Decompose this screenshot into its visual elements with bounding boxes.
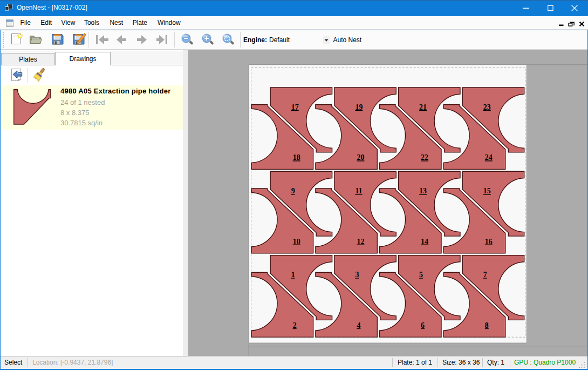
svg-text:2: 2 xyxy=(293,321,297,329)
svg-text:15: 15 xyxy=(483,187,491,195)
svg-text:6: 6 xyxy=(421,321,425,329)
svg-text:12: 12 xyxy=(357,238,364,246)
svg-text:19: 19 xyxy=(355,103,363,111)
svg-text:20: 20 xyxy=(357,153,364,162)
svg-text:7: 7 xyxy=(483,271,487,279)
svg-text:3: 3 xyxy=(355,271,359,279)
svg-text:10: 10 xyxy=(293,238,300,246)
svg-text:16: 16 xyxy=(485,238,493,246)
svg-text:9: 9 xyxy=(291,187,295,195)
svg-text:5: 5 xyxy=(419,271,423,279)
svg-text:22: 22 xyxy=(421,153,428,162)
svg-text:24: 24 xyxy=(485,153,493,162)
svg-text:4: 4 xyxy=(357,321,360,329)
svg-text:21: 21 xyxy=(419,103,427,111)
svg-text:23: 23 xyxy=(483,103,491,111)
svg-text:1: 1 xyxy=(291,271,295,279)
svg-text:18: 18 xyxy=(293,153,300,162)
svg-text:13: 13 xyxy=(419,187,427,195)
svg-text:14: 14 xyxy=(421,238,428,246)
svg-text:8: 8 xyxy=(485,321,489,329)
svg-text:17: 17 xyxy=(291,103,299,111)
svg-text:11: 11 xyxy=(355,187,362,195)
